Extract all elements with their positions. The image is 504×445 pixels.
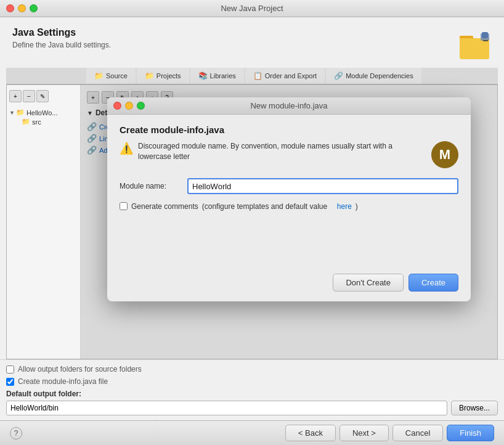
title-bar: New Java Project: [0, 0, 504, 17]
output-folder-row: Browse...: [6, 401, 498, 415]
configure-template-text: (configure templates and default value: [202, 202, 327, 211]
allow-output-folders-checkbox[interactable]: [6, 365, 14, 374]
maximize-button[interactable]: [30, 4, 38, 12]
help-icon: ?: [14, 429, 18, 438]
modal-overlay: New module-info.java Create module-info.…: [81, 85, 497, 359]
tab-libraries[interactable]: 📚 Libraries: [190, 68, 244, 84]
sidebar-toolbar: + − ✎: [9, 90, 78, 102]
window-controls: [6, 4, 38, 12]
tab-source[interactable]: 📁 Source: [86, 68, 136, 84]
create-module-info-label: Create module-info.java file: [18, 377, 108, 386]
output-folder-input[interactable]: [6, 401, 447, 415]
module-name-label: Module name:: [120, 182, 187, 190]
main-content: Java Settings Define the Java build sett…: [0, 17, 504, 445]
page-subtitle: Define the Java build settings.: [12, 41, 451, 49]
module-name-row: Module name:: [120, 178, 458, 194]
tree-src-icon: 📁: [22, 118, 30, 126]
configure-close-paren: ): [356, 202, 358, 211]
projects-tab-icon: 📁: [145, 71, 154, 80]
tab-bar: 📁 Source 📁 Projects 📚 Libraries 📋 Order …: [6, 68, 498, 84]
close-button[interactable]: [6, 4, 14, 12]
generate-comments-label: Generate comments: [131, 202, 198, 211]
back-button[interactable]: < Back: [285, 425, 336, 441]
header-text: Java Settings Define the Java build sett…: [12, 27, 451, 49]
tab-order-export[interactable]: 📋 Order and Export: [245, 68, 325, 84]
allow-output-folders-label: Allow output folders for source folders: [18, 365, 142, 374]
help-button[interactable]: ?: [10, 427, 22, 439]
minimize-button[interactable]: [18, 4, 26, 12]
page-title: Java Settings: [12, 27, 451, 38]
order-export-tab-icon: 📋: [253, 71, 262, 80]
warning-icon: ⚠️: [120, 142, 133, 155]
modal-titlebar: New module-info.java: [107, 97, 471, 115]
allow-output-folders-row: Allow output folders for source folders: [6, 365, 498, 374]
cancel-button[interactable]: Cancel: [392, 425, 443, 441]
nav-bar: ? < Back Next > Cancel Finish: [0, 420, 504, 445]
workspace: + − ✎ ▼ 📁 HelloWo... 📁 src + − ✎ ↑ ↓: [6, 84, 498, 359]
finish-button[interactable]: Finish: [447, 425, 494, 441]
tree-item-helloworld-label: HelloWo...: [26, 109, 58, 116]
tab-projects-label: Projects: [156, 72, 181, 80]
sidebar-tool-btn-2[interactable]: −: [23, 90, 35, 102]
module-deps-tab-icon: 🔗: [334, 71, 343, 80]
tab-libraries-label: Libraries: [210, 72, 236, 80]
bottom-options: Allow output folders for source folders …: [0, 359, 504, 420]
module-avatar-letter: M: [439, 147, 450, 163]
sidebar: + − ✎ ▼ 📁 HelloWo... 📁 src: [7, 85, 81, 359]
tab-projects[interactable]: 📁 Projects: [137, 68, 189, 84]
tree-arrow: ▼: [9, 110, 15, 116]
module-name-input[interactable]: [187, 178, 458, 194]
tab-module-deps-label: Module Dependencies: [346, 72, 413, 80]
modal-close-button[interactable]: [113, 102, 121, 110]
generate-comments-checkbox[interactable]: [120, 202, 128, 210]
window-title: New Java Project: [221, 4, 283, 13]
svg-rect-4: [482, 32, 488, 38]
tree-item-helloworld[interactable]: ▼ 📁 HelloWo...: [9, 107, 78, 118]
generate-comments-row: Generate comments (configure templates a…: [120, 202, 458, 211]
modal-spacer: [120, 221, 458, 258]
tree-item-src-label: src: [32, 118, 41, 126]
browse-button[interactable]: Browse...: [451, 401, 498, 415]
warning-text: Discouraged module name. By convention, …: [138, 141, 426, 162]
modal-minimize-button[interactable]: [125, 102, 133, 110]
modal-body: Create module-info.java ⚠️ Discouraged m…: [107, 115, 471, 267]
tab-order-export-label: Order and Export: [265, 72, 317, 80]
java-project-icon: [457, 27, 492, 62]
modal-footer: Don't Create Create: [107, 267, 471, 301]
modal-maximize-button[interactable]: [137, 102, 145, 110]
next-button[interactable]: Next >: [339, 425, 389, 441]
tab-source-label: Source: [106, 72, 128, 80]
dont-create-button[interactable]: Don't Create: [333, 274, 404, 292]
header-area: Java Settings Define the Java build sett…: [0, 17, 504, 68]
modal-window-controls: [113, 102, 145, 110]
tree-folder-icon: 📁: [16, 108, 25, 116]
output-folder-label: Default output folder:: [6, 390, 498, 398]
module-avatar: M: [431, 141, 458, 168]
create-module-info-row: Create module-info.java file: [6, 377, 498, 386]
create-module-info-checkbox[interactable]: [6, 378, 14, 386]
modal-title: New module-info.java: [250, 101, 327, 110]
main-panel: + − ✎ ↑ ↓ ? ▼ Details 🔗 Create n... 🔗: [81, 85, 497, 359]
configure-link[interactable]: here: [337, 202, 352, 211]
sidebar-tool-btn-3[interactable]: ✎: [36, 90, 49, 102]
tab-module-deps[interactable]: 🔗 Module Dependencies: [326, 68, 421, 84]
modal-warning-row: ⚠️ Discouraged module name. By conventio…: [120, 141, 458, 168]
modal-dialog: New module-info.java Create module-info.…: [107, 97, 471, 301]
source-tab-icon: 📁: [94, 71, 104, 80]
tree-item-src[interactable]: 📁 src: [9, 118, 78, 126]
sidebar-tool-btn-1[interactable]: +: [9, 90, 22, 102]
libraries-tab-icon: 📚: [198, 71, 208, 80]
create-button[interactable]: Create: [408, 274, 458, 292]
modal-heading: Create module-info.java: [120, 125, 458, 135]
